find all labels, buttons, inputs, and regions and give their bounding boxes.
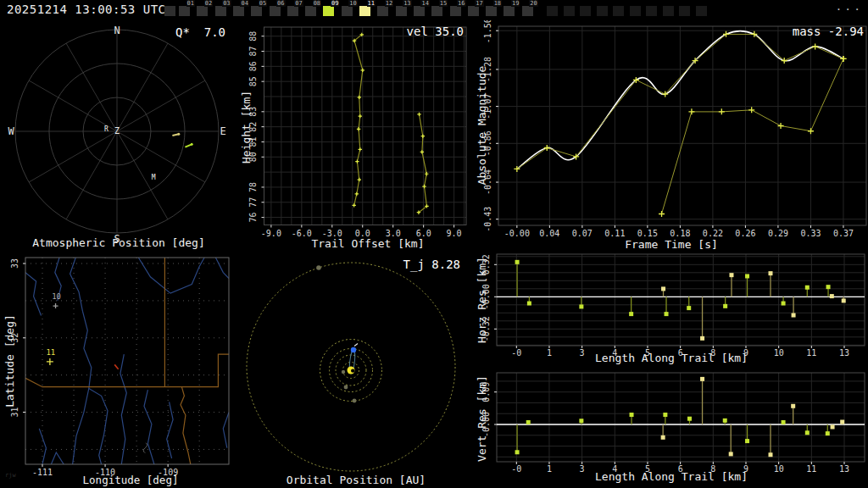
frame-box-06[interactable]: 06 [270,0,284,20]
trail-caption: Trail Offset [km] [311,237,424,250]
frame-box-blank[interactable] [580,0,594,20]
frame-square [215,6,226,16]
frame-square [663,6,674,16]
frame-square [179,6,190,16]
magnitude-panel: -0.000.040.070.110.150.180.220.260.290.3… [475,20,868,251]
svg-text:85: 85 [249,76,259,86]
frame-square [431,6,442,16]
orbit-panel: T_j 8.28 Orbital Position [AU] [237,251,475,488]
frame-box-20[interactable]: 20 [522,0,537,20]
frame-square [305,6,316,16]
frame-square [613,6,624,16]
frame-box-blank[interactable] [164,0,179,20]
frame-square [377,6,388,16]
svg-text:77: 77 [249,197,259,208]
frame-box-08[interactable]: 08 [305,0,320,20]
frame-box-18[interactable]: 18 [486,0,500,20]
svg-text:11: 11 [806,464,816,474]
frame-box-10[interactable]: 10 [342,0,356,20]
frame-box-blank[interactable] [646,0,660,20]
trail-offset-plot: -9.0-6.0-3.00.03.06.09.07677788081828385… [237,20,475,251]
frame-box-blank[interactable] [597,0,611,20]
frame-square [580,6,591,16]
frame-square [287,6,298,16]
frame-number: 04 [240,0,248,7]
frame-box-12[interactable]: 12 [377,0,392,20]
frame-square [450,6,461,16]
frame-square [522,6,533,16]
magnitude-plot: -0.000.040.070.110.150.180.220.260.290.3… [475,20,868,251]
frame-square [342,6,353,16]
trail-y-axis-label: Height [km] [240,91,253,164]
svg-text:N: N [114,25,120,36]
horz-y-axis-label: Horz Res [km] [476,257,488,343]
frame-number: 06 [276,0,285,7]
frame-box-03[interactable]: 03 [215,0,230,20]
frame-square [359,6,370,16]
frame-box-blank[interactable] [663,0,677,20]
frame-box-19[interactable]: 19 [504,0,518,20]
frame-square [233,6,244,16]
frame-box-blank[interactable] [696,0,710,20]
frame-box-07[interactable]: 07 [287,0,302,20]
svg-text:R: R [104,125,108,133]
frame-box-17[interactable]: 17 [468,0,482,20]
frame-square [486,6,497,16]
frame-square [323,6,334,16]
frame-number: 11 [367,0,376,7]
frame-box-16[interactable]: 16 [450,0,465,20]
frame-square [468,6,479,16]
top-bar: 20251214 13:00:53 UTC 010203040506070809… [0,0,868,20]
svg-text:6.0: 6.0 [416,229,431,238]
svg-text:10: 10 [774,348,784,358]
frame-box-blank[interactable] [630,0,644,20]
frame-box-blank[interactable] [564,0,578,20]
frame-box-01[interactable]: 01 [179,0,193,20]
svg-text:10: 10 [774,464,784,474]
svg-text:0.22: 0.22 [703,229,723,238]
frame-square [197,6,208,16]
frame-square [270,6,281,16]
svg-text:0.29: 0.29 [768,229,788,238]
frame-box-blank[interactable] [613,0,627,20]
svg-text:11: 11 [806,348,816,358]
svg-text:0.11: 0.11 [604,229,625,238]
frame-number: 20 [529,0,537,7]
svg-text:0.0: 0.0 [355,229,370,238]
svg-text:0.07: 0.07 [572,229,593,238]
frame-number: 01 [186,0,195,7]
frame-number: 18 [493,0,502,7]
frame-box-15[interactable]: 15 [431,0,446,20]
svg-text:-0.43: -0.43 [483,207,492,232]
frame-square [504,6,515,16]
frame-square [630,6,641,16]
frame-number: 12 [385,0,393,7]
frame-box-11[interactable]: 11 [359,0,374,20]
svg-text:33: 33 [10,258,19,269]
svg-text:87: 87 [249,46,259,56]
frame-box-blank[interactable] [679,0,693,20]
frame-box-13[interactable]: 13 [396,0,410,20]
velocity-badge: vel 35.0 [407,25,464,38]
magnitude-y-axis-label: Absolute Magnitude [476,66,488,186]
frame-box-09[interactable]: 09 [323,0,337,20]
frame-square [696,6,707,16]
frame-square [414,6,425,16]
svg-text:3: 3 [580,464,585,474]
frame-number: 09 [331,0,339,7]
frame-box-blank[interactable] [547,0,561,20]
frame-box-02[interactable]: 02 [197,0,211,20]
frame-box-14[interactable]: 14 [414,0,428,20]
svg-text:31: 31 [10,408,19,418]
trail-offset-panel: -9.0-6.0-3.00.03.06.09.07677788081828385… [237,20,475,251]
frame-number: 17 [475,0,483,7]
svg-text:86: 86 [249,61,259,71]
frame-box-04[interactable]: 04 [233,0,248,20]
watermark: rjw [5,472,16,479]
frame-box-05[interactable]: 05 [251,0,265,20]
overflow-menu[interactable]: ... [836,0,863,13]
frame-number: 15 [439,0,448,7]
frame-number: 19 [511,0,520,7]
frame-number: 10 [348,0,357,7]
ground-map-plot: 1011-111-110-109313233 [0,251,237,488]
